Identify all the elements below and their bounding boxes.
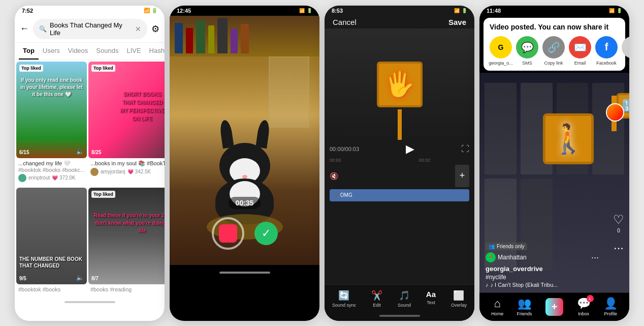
tab-users[interactable]: Users xyxy=(39,43,64,60)
share-option-more[interactable]: ··· Other xyxy=(622,36,629,66)
video-thumb-2[interactable]: Top liked SHORT BOOKSTHAT CHANGEDMY PERS… xyxy=(88,62,165,158)
friends-nav-icon: 👥 xyxy=(518,297,531,310)
video-thumb-1[interactable]: Top liked If you only read one book in y… xyxy=(16,62,87,158)
list-item: Top liked If you only read one book in y… xyxy=(16,62,87,186)
book-1 xyxy=(175,23,183,53)
location-more-icon[interactable]: ··· xyxy=(591,252,599,263)
tool-sound[interactable]: 🎵 Sound xyxy=(398,290,411,308)
nav-inbox[interactable]: 💬 1 Inbox xyxy=(577,297,591,316)
save-button[interactable]: Save xyxy=(448,18,466,26)
clear-icon[interactable]: ✕ xyxy=(135,25,141,33)
nav-home[interactable]: ⌂ Home xyxy=(491,297,503,316)
count-2: 8/25 xyxy=(91,150,101,155)
music-row: ♪ ♪ I Can't Stop (Ekali Tribu... xyxy=(486,282,599,288)
share-icons-row: G 🔔 georgia_o... 💬 SMS 🔗 Copy link ✉️ Em… xyxy=(490,36,619,66)
share-label-facebook: Facebook xyxy=(596,61,617,66)
audio-track[interactable]: 🎵 OMG xyxy=(330,189,469,201)
main-video-area: 🚶 🔢 ♡ 0 ··· 👥 xyxy=(479,73,629,321)
tab-videos[interactable]: Videos xyxy=(64,43,92,60)
music-label: ♪ I Can't Stop (Ekali Tribu... xyxy=(491,282,558,288)
share-label-copy-link: Copy link xyxy=(544,61,563,66)
traffic-box: 🖐 xyxy=(377,62,423,107)
tab-sounds[interactable]: Sounds xyxy=(92,43,122,60)
tool-label-edit: Edit xyxy=(373,303,381,308)
record-button[interactable] xyxy=(212,217,244,250)
book-5 xyxy=(217,18,228,53)
tab-hashtags[interactable]: Hashtags xyxy=(145,43,165,60)
book-6 xyxy=(231,29,238,53)
status-icons-4: 📶 🔋 xyxy=(609,8,622,13)
add-clip-button[interactable]: + xyxy=(455,165,469,187)
tool-edit[interactable]: ✂️ Edit xyxy=(371,290,382,308)
friends-badge: 👥 Friends only xyxy=(486,243,527,250)
tool-sound-sync[interactable]: 🔄 Sound sync xyxy=(332,290,356,308)
tool-overlay[interactable]: ⬜ Overlay xyxy=(451,290,467,308)
share-option-copy-link[interactable]: 🔗 Copy link xyxy=(542,36,565,66)
tab-live[interactable]: LIVE xyxy=(122,43,145,60)
nav-home-label: Home xyxy=(491,311,503,316)
video-username[interactable]: georgia_overdrive xyxy=(486,265,599,273)
overlay-icon: ⬜ xyxy=(453,290,464,301)
like-count: 0 xyxy=(617,228,620,233)
video-preview: 🖐 xyxy=(325,28,474,140)
avatar-overlay[interactable] xyxy=(606,103,624,122)
walk-man-icon: 🚶 xyxy=(551,122,586,156)
book-4 xyxy=(208,25,214,53)
share-option-facebook[interactable]: f Facebook xyxy=(595,36,618,66)
cancel-button[interactable]: Cancel xyxy=(333,18,357,26)
bottom-nav: ⌂ Home 👥 Friends + 💬 1 Inbox 👤 Profile xyxy=(479,292,629,321)
video-thumb-3[interactable]: THE NUMBER ONE BOOK THAT CHANGED 9/5 🔈 xyxy=(16,188,87,284)
audio-row: 🎵 OMG xyxy=(325,189,474,205)
video-desc-2: ...books in my soul 📚 #BookTok #bookr... xyxy=(90,160,165,167)
home-icon: ⌂ xyxy=(494,297,500,310)
search-query: Books That Changed My Life xyxy=(50,21,132,37)
nav-friends[interactable]: 👥 Friends xyxy=(517,297,532,316)
nav-profile[interactable]: 👤 Profile xyxy=(604,297,618,316)
status-icons-3: 📶 🔋 xyxy=(454,8,467,13)
audio-track-label: 🎵 OMG xyxy=(333,192,352,198)
rabbit-ear-right xyxy=(255,119,270,149)
sound-icon-3: 🔈 xyxy=(76,274,84,281)
list-item: Top liked Read these if you're in your 2… xyxy=(88,188,165,297)
video-grid: Top liked If you only read one book in y… xyxy=(15,60,165,298)
top-liked-badge-1: Top liked xyxy=(19,65,43,72)
edit-icon: ✂️ xyxy=(371,290,382,301)
stop-hand-icon: 🖐 xyxy=(384,70,415,99)
share-option-sms[interactable]: 💬 SMS xyxy=(516,36,538,66)
nav-friends-label: Friends xyxy=(517,311,532,316)
username-2: amyjordanj xyxy=(101,169,125,174)
play-button[interactable]: ▶ xyxy=(406,142,414,156)
video-hashtag[interactable]: #nyclife xyxy=(486,274,599,281)
nav-profile-label: Profile xyxy=(604,311,618,316)
like-button[interactable]: ♡ 0 xyxy=(613,213,624,233)
video-thumb-4[interactable]: Top liked Read these if you're in your 2… xyxy=(88,188,165,284)
video-desc-3: #booktok #books xyxy=(18,286,85,292)
back-icon[interactable]: ← xyxy=(20,23,29,34)
bottom-bar-3 xyxy=(325,311,474,321)
music-icon: 🎵 xyxy=(399,290,410,301)
dots-button[interactable]: ··· xyxy=(614,241,624,255)
bottom-bar-2 xyxy=(170,265,319,280)
confirm-button[interactable]: ✓ xyxy=(254,222,278,245)
create-button[interactable]: + xyxy=(545,298,564,316)
video-info-4: #books #reading xyxy=(88,284,165,297)
phone-camera: 12:45 📶 🔋 xyxy=(170,6,319,321)
tab-top[interactable]: Top xyxy=(19,43,39,60)
filter-icon[interactable]: ⚙ xyxy=(151,23,159,35)
time-2: 12:45 xyxy=(177,8,191,14)
username-1: erinptrout xyxy=(28,175,50,181)
avatar-1 xyxy=(18,174,26,182)
home-indicator-1 xyxy=(65,301,115,303)
likes-2: 💗 342.5K xyxy=(127,169,151,174)
video-tags-1: #booktok #books #bookc... xyxy=(18,167,85,173)
search-input-wrap[interactable]: 🔍 Books That Changed My Life ✕ xyxy=(33,19,147,39)
fullscreen-button[interactable]: ⛶ xyxy=(461,144,469,154)
nav-create[interactable]: + xyxy=(545,298,564,316)
share-option-georgia[interactable]: G 🔔 georgia_o... xyxy=(490,36,512,66)
record-controls: ✓ xyxy=(170,217,319,250)
list-item: Top liked SHORT BOOKSTHAT CHANGEDMY PERS… xyxy=(88,62,165,186)
timeline-spacer xyxy=(325,205,474,284)
traffic-sign-group: 🖐 xyxy=(377,62,423,107)
share-option-email[interactable]: ✉️ Email xyxy=(569,36,591,66)
tool-text[interactable]: Aa Text xyxy=(426,290,436,308)
